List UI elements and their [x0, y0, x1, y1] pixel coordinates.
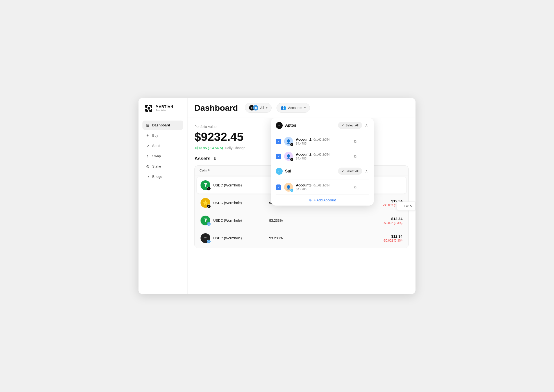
chevron-down-icon: ▾: [266, 106, 267, 110]
sui-section-header: 💧 Sui ✓ Select All ∧: [276, 168, 369, 175]
value-cell: $12.34 -$0.002 (0.3%): [336, 234, 403, 242]
coin-name: USDC (Wormhole): [213, 219, 242, 222]
stake-icon: ⊘: [145, 164, 150, 169]
logo: MARTIAN Portfolio: [142, 104, 183, 113]
account3-address: 0xd62..b054: [314, 184, 330, 187]
row-inner: ≡ ◉ USDC (Wormhole) 93.233% $12.34 -$0.0…: [197, 230, 406, 246]
sidebar-item-bridge[interactable]: ⊸ Bridge: [142, 172, 183, 181]
add-account-button[interactable]: ⊕ + Add Account: [271, 195, 374, 206]
account2-name: Account2: [296, 152, 312, 156]
coin-icon: ⭐ ≡: [201, 198, 210, 208]
sidebar-item-stake[interactable]: ⊘ Stake: [142, 162, 183, 171]
sui-chain-badge: 💧: [290, 189, 293, 192]
copy-button[interactable]: ⧉: [351, 137, 359, 145]
coin-badge: ◉: [207, 240, 211, 244]
add-account-label: + Add Account: [314, 198, 336, 202]
value-cell: $12.34 -$0.002 (0.3%): [336, 217, 403, 225]
sui-chain-icon: ◉: [253, 105, 258, 110]
sui-collapse-button[interactable]: ∧: [364, 168, 369, 174]
sidebar-item-swap[interactable]: ↕ Swap: [142, 151, 183, 161]
coin-badge: ≡: [207, 187, 211, 191]
account3-checkbox[interactable]: ✓: [276, 184, 281, 190]
coin-column-header: Coin ⇅: [200, 169, 268, 172]
aptos-section-header: ≡ Aptos ✓ Select All ∧: [276, 122, 369, 129]
logo-text: MARTIAN Portfolio: [156, 105, 173, 112]
aptos-section: ≡ Aptos ✓ Select All ∧: [271, 118, 374, 134]
more-button[interactable]: ⋮: [361, 183, 369, 191]
sui-select-all-button[interactable]: ✓ Select All: [338, 168, 362, 175]
sidebar-item-label: Bridge: [152, 175, 162, 179]
all-filter-dropdown[interactable]: ≡ ◉ All ▾: [245, 103, 272, 113]
accounts-filter-label: Accounts: [288, 106, 302, 110]
sidebar-item-dashboard[interactable]: ⊟ Dashboard: [142, 121, 183, 130]
assets-title: Assets: [194, 156, 211, 161]
aptos-collapse-button[interactable]: ∧: [364, 122, 369, 129]
all-filter-label: All: [260, 106, 264, 110]
sidebar-item-send[interactable]: ↗ Send: [142, 141, 183, 150]
aptos-section-title: ≡ Aptos: [276, 122, 296, 129]
coin-cell: ≡ ◉ USDC (Wormhole): [201, 233, 269, 243]
sidebar-item-buy[interactable]: + Buy: [142, 131, 183, 140]
table-row: ≡ ◉ USDC (Wormhole) 93.233% $12.34 -$0.0…: [195, 229, 408, 247]
list-icon: ☰: [400, 204, 403, 208]
account3-info: Account3 0xd62..b054 $4.4785: [296, 183, 348, 191]
value-main: $12.34: [336, 234, 403, 238]
aptos-select-all-button[interactable]: ✓ Select All: [338, 122, 362, 129]
header: Dashboard ≡ ◉ All ▾ 👥 Accounts ▾: [188, 98, 416, 118]
account1-actions: ⧉ ⋮: [351, 137, 369, 145]
list-view-button[interactable]: ☰ List V: [397, 201, 416, 210]
value-change: -$0.002 (0.3%): [336, 221, 403, 225]
accounts-filter-dropdown[interactable]: 👥 Accounts ▾: [277, 103, 310, 113]
coin-cell: ₮ ≡ USDC (Wormhole): [201, 180, 269, 190]
sidebar-item-label: Buy: [152, 134, 158, 137]
account-item-1: ✓ 👤 ≡ Account1 0xd62..b054 $4.4785 ⧉: [271, 134, 374, 149]
aptos-label: Aptos: [285, 123, 296, 128]
content-area: Portfolio Value $9232.45 +$13.95 (-14.54…: [188, 118, 416, 294]
more-button[interactable]: ⋮: [361, 152, 369, 160]
coin-cell: ₮ ◉ USDC (Wormhole): [201, 216, 269, 225]
logo-name: MARTIAN: [156, 105, 173, 109]
accounts-icon: 👥: [281, 105, 286, 110]
bridge-icon: ⊸: [145, 174, 150, 179]
coin-icon: ≡ ◉: [201, 233, 210, 243]
daily-change-label: Daily Change: [225, 146, 245, 150]
aptos-chain-badge: ≡: [290, 158, 293, 161]
value-change: -$0.002 (0.3%): [336, 239, 403, 242]
account2-address: 0xd62..b054: [314, 153, 330, 156]
account3-balance: $4.4785: [296, 188, 348, 191]
checkmark-icon: ✓: [341, 123, 344, 127]
select-all-label: Select All: [346, 123, 359, 127]
more-button[interactable]: ⋮: [361, 137, 369, 145]
logo-icon: [144, 104, 153, 113]
sui-label: Sui: [285, 169, 291, 173]
send-icon: ↗: [145, 144, 150, 148]
svg-rect-6: [148, 107, 150, 110]
account-item-2: ✓ 👤 ≡ Account2 0xd62..b054 $4.4785 ⧉: [271, 149, 374, 164]
app-window: MARTIAN Portfolio ⊟ Dashboard + Buy ↗ Se…: [138, 98, 416, 294]
select-all-label: Select All: [346, 169, 359, 173]
main-content: Dashboard ≡ ◉ All ▾ 👥 Accounts ▾ Portfol…: [188, 98, 416, 294]
list-view-label: List V: [404, 204, 412, 208]
copy-button[interactable]: ⧉: [351, 152, 359, 160]
coin-icon: ₮ ◉: [201, 216, 210, 225]
daily-change-value: +$13.95 (-14.54%): [194, 146, 223, 150]
sui-section: 💧 Sui ✓ Select All ∧: [271, 164, 374, 180]
sidebar-item-label: Stake: [152, 164, 161, 168]
download-icon[interactable]: ⬇: [213, 156, 217, 161]
buy-icon: +: [145, 133, 150, 138]
sidebar: MARTIAN Portfolio ⊟ Dashboard + Buy ↗ Se…: [138, 98, 188, 294]
account1-checkbox[interactable]: ✓: [276, 139, 281, 144]
sort-icon: ⇅: [208, 169, 210, 172]
account2-balance: $4.4785: [296, 157, 348, 160]
percentage-cell: 93.233%: [269, 219, 336, 222]
copy-button[interactable]: ⧉: [351, 183, 359, 191]
sidebar-item-label: Send: [152, 144, 160, 148]
plus-circle-icon: ⊕: [309, 198, 312, 202]
coin-badge: ≡: [207, 204, 211, 208]
coin-cell: ⭐ ≡ USDC (Wormhole): [201, 198, 269, 208]
logo-subtitle: Portfolio: [156, 109, 173, 112]
account2-checkbox[interactable]: ✓: [276, 154, 281, 159]
coin-badge: ◉: [207, 222, 211, 226]
account1-avatar: 👤 ≡: [284, 137, 293, 146]
account2-actions: ⧉ ⋮: [351, 152, 369, 160]
